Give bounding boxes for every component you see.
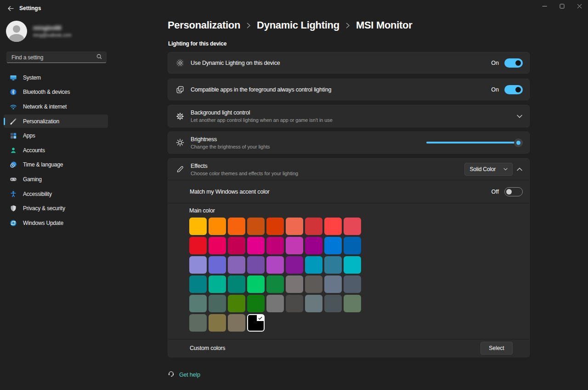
chevron-down-icon[interactable]: [516, 115, 523, 118]
minimize-button[interactable]: [536, 0, 553, 12]
color-swatch-ffb900[interactable]: [189, 218, 207, 235]
section-label: Lighting for this device: [168, 40, 226, 47]
card-title: Compatible apps in the foreground always…: [191, 86, 331, 93]
breadcrumb-personalization[interactable]: Personalization: [168, 19, 240, 31]
color-swatch-00cc6a[interactable]: [247, 275, 265, 293]
color-swatch-6b69d6[interactable]: [209, 256, 226, 274]
sidebar-item-windows-update[interactable]: Windows Update: [4, 216, 108, 230]
color-swatch-567c73[interactable]: [189, 295, 207, 312]
maximize-button[interactable]: [553, 0, 571, 12]
color-swatch-f7630c[interactable]: [228, 218, 245, 235]
chevron-up-icon[interactable]: [516, 167, 523, 171]
search-input[interactable]: Find a setting: [6, 52, 107, 63]
match-accent-toggle[interactable]: [504, 187, 523, 196]
sidebar-item-apps[interactable]: Apps: [4, 129, 108, 143]
color-swatch-ea005e[interactable]: [209, 237, 226, 254]
color-swatch-c30052[interactable]: [228, 237, 245, 254]
dynamic-lighting-icon: [175, 58, 185, 68]
color-swatch-5d5a58[interactable]: [305, 275, 322, 293]
swatch-row: [189, 295, 523, 312]
brightness-slider[interactable]: [426, 138, 523, 147]
back-button[interactable]: [6, 4, 16, 13]
card-background-light-control[interactable]: Background light control Let another app…: [168, 105, 530, 127]
sidebar-item-accounts[interactable]: Accounts: [4, 143, 108, 157]
sidebar-item-label: Bluetooth & devices: [23, 89, 70, 95]
color-swatch-9a0089[interactable]: [305, 237, 322, 254]
sidebar-item-system[interactable]: System: [4, 71, 108, 85]
color-swatch-7e735f[interactable]: [228, 314, 245, 332]
settings-window: Settings mingbo88 mng@outlook.com Find a…: [0, 0, 588, 390]
color-swatch-ff4343[interactable]: [324, 218, 342, 235]
sidebar-item-bluetooth-devices[interactable]: Bluetooth & devices: [4, 86, 108, 99]
color-swatch-7a7574[interactable]: [286, 275, 303, 293]
sidebar-item-gaming[interactable]: Gaming: [4, 172, 108, 186]
sidebar-item-label: Accessibility: [23, 191, 52, 197]
color-swatch-2d7d9a[interactable]: [324, 256, 342, 274]
color-swatch-da3b01[interactable]: [266, 218, 284, 235]
search-placeholder: Find a setting: [11, 54, 96, 61]
color-swatch-0099bc[interactable]: [305, 256, 322, 274]
color-swatch-10893e[interactable]: [266, 275, 284, 293]
color-swatch-00b294[interactable]: [209, 275, 226, 293]
custom-color-select-button[interactable]: Select: [481, 342, 513, 355]
color-swatch-8764b8[interactable]: [228, 256, 245, 274]
card-effects-group: Effects Choose color themes and effects …: [168, 158, 530, 357]
color-swatch-767676[interactable]: [266, 295, 284, 312]
color-swatch-038387[interactable]: [189, 275, 207, 293]
color-swatch-ef6950[interactable]: [286, 218, 303, 235]
color-swatch-e81123[interactable]: [189, 237, 207, 254]
color-swatch-486860[interactable]: [209, 295, 226, 312]
color-swatch-4c4a48[interactable]: [286, 295, 303, 312]
get-help[interactable]: Get help: [167, 370, 200, 379]
sidebar-item-label: Network & internet: [23, 103, 67, 110]
close-button[interactable]: [571, 0, 588, 12]
sidebar-item-accessibility[interactable]: Accessibility: [4, 187, 108, 201]
color-swatch-b146c2[interactable]: [266, 256, 284, 274]
color-swatch-bf0077[interactable]: [266, 237, 284, 254]
color-swatch-000000[interactable]: [247, 314, 265, 332]
color-swatch-ca5010[interactable]: [247, 218, 265, 235]
color-swatch-ff8c00[interactable]: [209, 218, 226, 235]
user-email: mng@outlook.com: [33, 33, 72, 38]
sidebar-item-privacy-security[interactable]: Privacy & security: [4, 201, 108, 215]
monitor-icon: [10, 74, 17, 81]
color-swatch-e3008c[interactable]: [247, 237, 265, 254]
sidebar-item-label: Personalization: [23, 118, 59, 125]
card-title: Use Dynamic Lighting on this device: [191, 60, 280, 66]
color-swatch-4a5459[interactable]: [324, 295, 342, 312]
effects-dropdown[interactable]: Solid Color: [464, 163, 513, 176]
color-swatch-68768a[interactable]: [324, 275, 342, 293]
sidebar-item-personalization[interactable]: Personalization: [4, 115, 108, 128]
color-swatch-515c6b[interactable]: [344, 275, 361, 293]
compatible-apps-toggle[interactable]: [504, 85, 523, 94]
color-swatch-847545[interactable]: [209, 314, 226, 332]
sidebar-item-label: Windows Update: [23, 220, 63, 226]
color-swatch-647c64[interactable]: [344, 295, 361, 312]
color-swatch-498205[interactable]: [228, 295, 245, 312]
slider-thumb[interactable]: [514, 138, 523, 147]
color-swatch-5e6b60[interactable]: [189, 314, 207, 332]
dynamic-lighting-toggle[interactable]: [504, 58, 523, 68]
color-swatch-018574[interactable]: [228, 275, 245, 293]
color-swatch-0063b1[interactable]: [344, 237, 361, 254]
color-swatch-00b7c3[interactable]: [344, 256, 361, 274]
color-swatch-0078d7[interactable]: [324, 237, 342, 254]
swatch-row: [189, 237, 523, 254]
avatar[interactable]: [6, 21, 27, 42]
color-swatch-69797e[interactable]: [305, 295, 322, 312]
card-title: Background light control: [191, 109, 333, 116]
color-swatch-8e8cd8[interactable]: [189, 256, 207, 274]
card-title: Effects: [191, 163, 298, 169]
color-swatch-d13438[interactable]: [305, 218, 322, 235]
breadcrumb-dynamic-lighting[interactable]: Dynamic Lighting: [257, 19, 339, 31]
color-swatch-881798[interactable]: [286, 256, 303, 274]
color-swatch-c239b3[interactable]: [286, 237, 303, 254]
color-swatch-e74856[interactable]: [344, 218, 361, 235]
swatch-row: [189, 256, 523, 274]
card-subtitle: Let another app control lighting when an…: [191, 117, 333, 123]
sidebar-item-network-internet[interactable]: Network & internet: [4, 100, 108, 114]
color-swatch-744da9[interactable]: [247, 256, 265, 274]
color-swatch-107c10[interactable]: [247, 295, 265, 312]
sidebar-nav: SystemBluetooth & devicesNetwork & inter…: [4, 71, 108, 231]
sidebar-item-time-language[interactable]: Time & language: [4, 158, 108, 172]
